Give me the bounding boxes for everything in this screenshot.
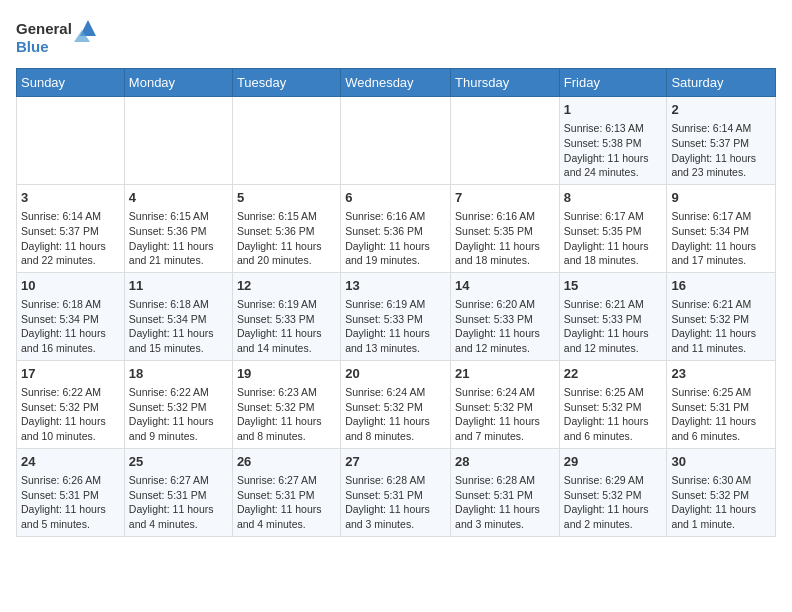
day-info: Sunset: 5:34 PM — [21, 312, 120, 327]
calendar-cell: 21Sunrise: 6:24 AMSunset: 5:32 PMDayligh… — [451, 360, 560, 448]
col-header-saturday: Saturday — [667, 69, 776, 97]
calendar-cell: 8Sunrise: 6:17 AMSunset: 5:35 PMDaylight… — [559, 184, 667, 272]
day-info: Daylight: 11 hours and 12 minutes. — [455, 326, 555, 355]
day-info: Sunrise: 6:17 AM — [671, 209, 771, 224]
day-info: Daylight: 11 hours and 17 minutes. — [671, 239, 771, 268]
calendar-cell — [451, 97, 560, 185]
day-info: Daylight: 11 hours and 11 minutes. — [671, 326, 771, 355]
calendar-cell: 4Sunrise: 6:15 AMSunset: 5:36 PMDaylight… — [124, 184, 232, 272]
day-info: Sunset: 5:32 PM — [564, 400, 663, 415]
day-number: 21 — [455, 365, 555, 383]
day-info: Daylight: 11 hours and 3 minutes. — [345, 502, 446, 531]
col-header-friday: Friday — [559, 69, 667, 97]
day-info: Daylight: 11 hours and 6 minutes. — [671, 414, 771, 443]
day-number: 5 — [237, 189, 336, 207]
calendar-cell: 19Sunrise: 6:23 AMSunset: 5:32 PMDayligh… — [232, 360, 340, 448]
day-info: Daylight: 11 hours and 20 minutes. — [237, 239, 336, 268]
day-info: Daylight: 11 hours and 19 minutes. — [345, 239, 446, 268]
day-info: Sunrise: 6:18 AM — [129, 297, 228, 312]
day-info: Daylight: 11 hours and 13 minutes. — [345, 326, 446, 355]
day-info: Sunrise: 6:13 AM — [564, 121, 663, 136]
day-info: Daylight: 11 hours and 1 minute. — [671, 502, 771, 531]
calendar-cell: 23Sunrise: 6:25 AMSunset: 5:31 PMDayligh… — [667, 360, 776, 448]
day-info: Sunset: 5:32 PM — [129, 400, 228, 415]
day-info: Sunrise: 6:21 AM — [671, 297, 771, 312]
calendar-cell: 28Sunrise: 6:28 AMSunset: 5:31 PMDayligh… — [451, 448, 560, 536]
day-number: 19 — [237, 365, 336, 383]
day-number: 27 — [345, 453, 446, 471]
day-info: Sunrise: 6:19 AM — [345, 297, 446, 312]
logo: General Blue — [16, 16, 96, 56]
day-info: Sunset: 5:32 PM — [564, 488, 663, 503]
day-info: Sunset: 5:32 PM — [345, 400, 446, 415]
col-header-tuesday: Tuesday — [232, 69, 340, 97]
day-number: 30 — [671, 453, 771, 471]
day-info: Sunset: 5:32 PM — [21, 400, 120, 415]
day-info: Daylight: 11 hours and 22 minutes. — [21, 239, 120, 268]
day-info: Daylight: 11 hours and 6 minutes. — [564, 414, 663, 443]
day-info: Sunset: 5:31 PM — [237, 488, 336, 503]
day-info: Sunset: 5:35 PM — [455, 224, 555, 239]
day-info: Daylight: 11 hours and 2 minutes. — [564, 502, 663, 531]
day-info: Sunrise: 6:18 AM — [21, 297, 120, 312]
day-info: Daylight: 11 hours and 16 minutes. — [21, 326, 120, 355]
day-info: Sunset: 5:35 PM — [564, 224, 663, 239]
day-info: Daylight: 11 hours and 4 minutes. — [129, 502, 228, 531]
calendar-cell: 30Sunrise: 6:30 AMSunset: 5:32 PMDayligh… — [667, 448, 776, 536]
day-info: Sunset: 5:33 PM — [564, 312, 663, 327]
day-number: 18 — [129, 365, 228, 383]
calendar-cell: 29Sunrise: 6:29 AMSunset: 5:32 PMDayligh… — [559, 448, 667, 536]
day-info: Daylight: 11 hours and 21 minutes. — [129, 239, 228, 268]
day-info: Sunset: 5:36 PM — [345, 224, 446, 239]
day-info: Sunset: 5:33 PM — [345, 312, 446, 327]
day-info: Sunrise: 6:28 AM — [345, 473, 446, 488]
day-number: 13 — [345, 277, 446, 295]
day-info: Sunrise: 6:14 AM — [21, 209, 120, 224]
col-header-sunday: Sunday — [17, 69, 125, 97]
day-info: Sunrise: 6:27 AM — [237, 473, 336, 488]
day-number: 9 — [671, 189, 771, 207]
calendar-cell: 20Sunrise: 6:24 AMSunset: 5:32 PMDayligh… — [341, 360, 451, 448]
day-info: Sunset: 5:31 PM — [129, 488, 228, 503]
calendar-cell: 3Sunrise: 6:14 AMSunset: 5:37 PMDaylight… — [17, 184, 125, 272]
day-number: 22 — [564, 365, 663, 383]
day-info: Sunset: 5:34 PM — [671, 224, 771, 239]
day-info: Sunset: 5:34 PM — [129, 312, 228, 327]
day-info: Sunrise: 6:16 AM — [345, 209, 446, 224]
calendar-cell: 13Sunrise: 6:19 AMSunset: 5:33 PMDayligh… — [341, 272, 451, 360]
day-info: Daylight: 11 hours and 9 minutes. — [129, 414, 228, 443]
day-info: Sunrise: 6:21 AM — [564, 297, 663, 312]
day-info: Sunset: 5:32 PM — [671, 488, 771, 503]
day-number: 15 — [564, 277, 663, 295]
day-info: Daylight: 11 hours and 5 minutes. — [21, 502, 120, 531]
day-info: Sunrise: 6:28 AM — [455, 473, 555, 488]
day-info: Sunrise: 6:27 AM — [129, 473, 228, 488]
day-number: 24 — [21, 453, 120, 471]
day-info: Sunrise: 6:17 AM — [564, 209, 663, 224]
day-info: Daylight: 11 hours and 10 minutes. — [21, 414, 120, 443]
day-number: 28 — [455, 453, 555, 471]
calendar-cell: 17Sunrise: 6:22 AMSunset: 5:32 PMDayligh… — [17, 360, 125, 448]
calendar-cell — [232, 97, 340, 185]
day-info: Sunset: 5:33 PM — [237, 312, 336, 327]
calendar-cell: 27Sunrise: 6:28 AMSunset: 5:31 PMDayligh… — [341, 448, 451, 536]
day-number: 17 — [21, 365, 120, 383]
day-info: Sunrise: 6:22 AM — [21, 385, 120, 400]
calendar-cell: 25Sunrise: 6:27 AMSunset: 5:31 PMDayligh… — [124, 448, 232, 536]
calendar-cell: 12Sunrise: 6:19 AMSunset: 5:33 PMDayligh… — [232, 272, 340, 360]
calendar-cell: 26Sunrise: 6:27 AMSunset: 5:31 PMDayligh… — [232, 448, 340, 536]
day-info: Sunrise: 6:24 AM — [345, 385, 446, 400]
day-info: Sunset: 5:33 PM — [455, 312, 555, 327]
calendar-cell: 9Sunrise: 6:17 AMSunset: 5:34 PMDaylight… — [667, 184, 776, 272]
day-info: Sunrise: 6:29 AM — [564, 473, 663, 488]
day-info: Daylight: 11 hours and 4 minutes. — [237, 502, 336, 531]
calendar-cell: 24Sunrise: 6:26 AMSunset: 5:31 PMDayligh… — [17, 448, 125, 536]
day-info: Daylight: 11 hours and 24 minutes. — [564, 151, 663, 180]
calendar-cell: 16Sunrise: 6:21 AMSunset: 5:32 PMDayligh… — [667, 272, 776, 360]
day-info: Sunrise: 6:15 AM — [237, 209, 336, 224]
day-info: Sunset: 5:31 PM — [345, 488, 446, 503]
calendar-cell — [341, 97, 451, 185]
day-number: 10 — [21, 277, 120, 295]
calendar-cell: 1Sunrise: 6:13 AMSunset: 5:38 PMDaylight… — [559, 97, 667, 185]
calendar-cell: 11Sunrise: 6:18 AMSunset: 5:34 PMDayligh… — [124, 272, 232, 360]
